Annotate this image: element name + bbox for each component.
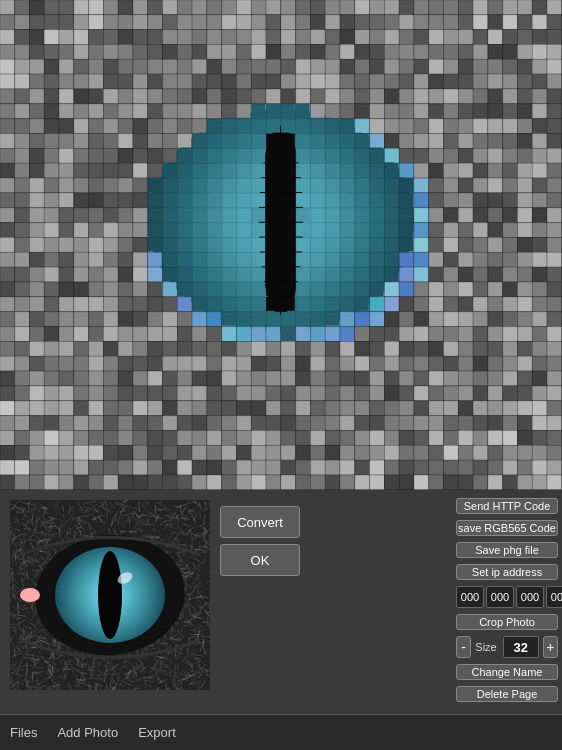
ip-part-4[interactable] <box>546 586 562 608</box>
size-row: - Size + <box>456 636 558 658</box>
cat-photo-canvas <box>10 500 210 690</box>
convert-ok-column: Convert OK <box>220 490 290 710</box>
photo-preview <box>10 500 210 690</box>
canvas-area <box>0 0 562 490</box>
delete-page-button[interactable]: Delete Page <box>456 686 558 702</box>
size-minus-button[interactable]: - <box>456 636 471 658</box>
crop-photo-button[interactable]: Crop Photo <box>456 614 558 630</box>
size-label: Size <box>475 641 496 653</box>
main-area: Convert OK Send HTTP Code save RGB565 Co… <box>0 0 562 714</box>
save-rgb-button[interactable]: save RGB565 Code <box>456 520 558 536</box>
bottom-bar-export[interactable]: Export <box>138 725 176 740</box>
ok-button[interactable]: OK <box>220 544 300 576</box>
ip-part-2[interactable] <box>486 586 514 608</box>
pixel-canvas <box>0 0 562 490</box>
bottom-bar-add-photo[interactable]: Add Photo <box>57 725 118 740</box>
bottom-bar-files[interactable]: Files <box>10 725 37 740</box>
right-controls: Send HTTP Code save RGB565 Code Save phg… <box>452 490 562 710</box>
set-ip-button[interactable]: Set ip address <box>456 564 558 580</box>
bottom-panel: Convert OK Send HTTP Code save RGB565 Co… <box>0 490 562 710</box>
save-phg-button[interactable]: Save phg file <box>456 542 558 558</box>
convert-button[interactable]: Convert <box>220 506 300 538</box>
change-name-button[interactable]: Change Name <box>456 664 558 680</box>
bottom-bar: Files Add Photo Export <box>0 714 562 750</box>
send-http-button[interactable]: Send HTTP Code <box>456 498 558 514</box>
ip-part-3[interactable] <box>516 586 544 608</box>
size-plus-button[interactable]: + <box>543 636 558 658</box>
ip-address-row <box>456 586 558 608</box>
ip-part-1[interactable] <box>456 586 484 608</box>
size-value-input[interactable] <box>503 636 539 658</box>
